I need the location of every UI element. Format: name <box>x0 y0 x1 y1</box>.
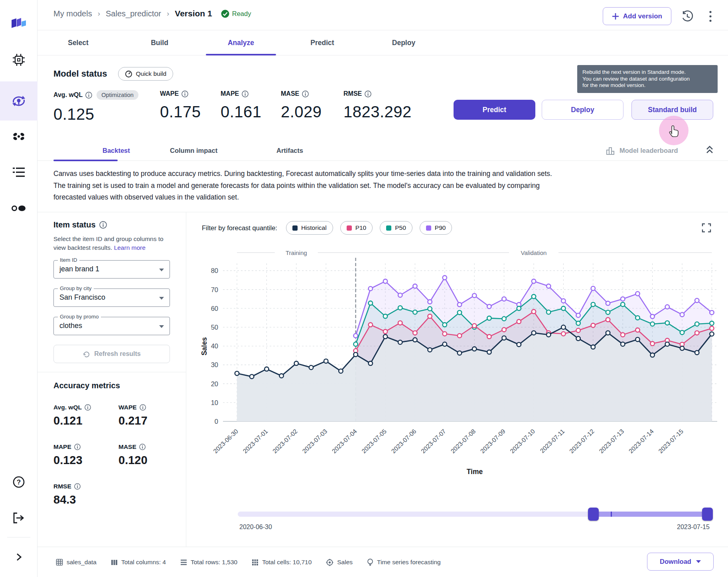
breadcrumb-model[interactable]: Sales_predictor <box>106 9 161 18</box>
molecule-icon <box>12 129 26 144</box>
metric-value: 0.175 <box>160 103 201 121</box>
download-button[interactable]: Download <box>647 553 714 571</box>
two-circles-icon <box>11 203 27 214</box>
p10-swatch <box>347 225 352 231</box>
info-icon[interactable] <box>85 92 92 99</box>
info-icon[interactable] <box>139 444 146 450</box>
chip-p50[interactable]: P50 <box>380 221 412 235</box>
columns-icon <box>111 559 118 566</box>
subtab-artifacts[interactable]: Artifacts <box>276 140 303 161</box>
info-icon[interactable] <box>140 404 146 411</box>
collapse-panel-button[interactable] <box>704 144 717 157</box>
help-button[interactable]: ? <box>0 468 37 496</box>
list-icon <box>12 166 26 178</box>
target-icon <box>326 559 333 566</box>
info-icon[interactable] <box>242 91 249 97</box>
help-icon: ? <box>12 475 26 489</box>
tab-select[interactable]: Select <box>37 30 119 55</box>
tab-deploy[interactable]: Deploy <box>363 30 444 55</box>
slider-handle-right[interactable] <box>702 508 713 521</box>
sidebar-item-list[interactable] <box>0 158 37 187</box>
version-history-button[interactable] <box>680 9 694 24</box>
sidebar-item-ready-models[interactable] <box>0 122 37 151</box>
sidebar-item-automations[interactable] <box>0 194 37 223</box>
breadcrumb-version: Version 1 <box>175 9 212 18</box>
slider-selected-range[interactable] <box>593 512 707 517</box>
logout-button[interactable] <box>0 504 37 532</box>
item-id-select[interactable]: Item ID jean brand 1 <box>53 260 170 279</box>
slider-handle-left[interactable] <box>588 508 599 521</box>
svg-text:2023-07-04: 2023-07-04 <box>331 428 358 455</box>
app-sidebar: ? <box>0 0 37 577</box>
info-icon[interactable] <box>74 483 81 490</box>
svg-text:40: 40 <box>211 342 218 350</box>
svg-text:60: 60 <box>211 305 218 312</box>
info-icon[interactable] <box>74 444 81 450</box>
historical-swatch <box>292 225 298 231</box>
svg-text:80: 80 <box>211 267 218 274</box>
kebab-menu-icon <box>709 10 712 22</box>
metric-avg-wql: Avg. wQL Optimization 0.125 <box>53 90 138 123</box>
svg-text:Training: Training <box>286 249 307 256</box>
chip-p10[interactable]: P10 <box>340 221 373 235</box>
metric-mase: MASE 2.029 <box>281 90 322 121</box>
cursor-click-highlight <box>659 116 689 145</box>
info-icon[interactable] <box>302 91 309 97</box>
svg-text:2023-07-12: 2023-07-12 <box>568 428 596 454</box>
more-options-button[interactable] <box>703 9 718 24</box>
deploy-button[interactable]: Deploy <box>542 100 623 120</box>
svg-text:2023-07-07: 2023-07-07 <box>420 428 447 454</box>
chevron-down-icon <box>696 560 701 563</box>
svg-text:2023-07-01: 2023-07-01 <box>242 428 269 454</box>
plus-icon <box>612 13 619 20</box>
dataset-footer: sales_data Total columns: 4 Total rows: … <box>37 547 728 577</box>
svg-text:2023-07-05: 2023-07-05 <box>360 428 388 454</box>
tab-predict[interactable]: Predict <box>282 30 363 55</box>
breadcrumb-my-models[interactable]: My models <box>53 9 92 18</box>
svg-text:2023-07-08: 2023-07-08 <box>449 428 477 454</box>
time-range-slider[interactable] <box>238 512 713 517</box>
info-icon[interactable] <box>99 221 107 229</box>
quick-build-badge[interactable]: Quick build <box>118 67 173 81</box>
sidebar-item-datasets[interactable] <box>0 45 37 74</box>
group-by-city-select[interactable]: Group by city San Francisco <box>53 288 170 307</box>
add-version-button[interactable]: Add version <box>603 7 671 25</box>
svg-text:2023-07-15: 2023-07-15 <box>657 428 685 454</box>
chip-historical[interactable]: Historical <box>286 221 333 235</box>
panel-divider <box>186 212 186 547</box>
chip-p90[interactable]: P90 <box>420 221 452 235</box>
svg-text:2023-07-10: 2023-07-10 <box>509 428 536 455</box>
hand-cursor-icon <box>668 124 681 139</box>
info-icon[interactable] <box>182 91 188 97</box>
metric-value: 0.161 <box>221 103 262 121</box>
refresh-results-button[interactable]: Refresh results <box>53 345 170 363</box>
metric-value: 2.029 <box>281 103 322 121</box>
subtab-backtest[interactable]: Backtest <box>103 140 130 161</box>
canvas-logo-icon <box>10 16 28 32</box>
info-icon[interactable] <box>85 404 91 411</box>
subtab-column-impact[interactable]: Column impact <box>170 140 217 161</box>
acc-metric-avg-wql: Avg. wQL 0.121 <box>53 404 91 427</box>
info-icon[interactable] <box>365 91 371 97</box>
backtest-forecast-chart[interactable]: TrainingValidation010203040506070802023-… <box>199 247 726 487</box>
cpu-chip-icon <box>12 53 26 67</box>
tab-build[interactable]: Build <box>119 30 200 55</box>
analysis-subtabs: Backtest Column impact Artifacts Model l… <box>37 140 728 161</box>
model-status-title: Model status Quick build <box>53 67 173 81</box>
svg-text:20: 20 <box>211 380 218 387</box>
svg-text:2023-07-02: 2023-07-02 <box>271 428 299 454</box>
footer-dataset[interactable]: sales_data <box>56 559 97 566</box>
section-divider <box>37 212 728 212</box>
svg-text:?: ? <box>17 478 21 486</box>
predict-button[interactable]: Predict <box>454 100 535 120</box>
sidebar-item-my-models[interactable] <box>0 81 37 121</box>
sidebar-expand-button[interactable] <box>0 545 37 569</box>
accuracy-metrics-title: Accuracy metrics <box>53 381 120 390</box>
tab-analyze[interactable]: Analyze <box>200 30 282 55</box>
fullscreen-button[interactable] <box>701 223 712 233</box>
group-by-promo-select[interactable]: Group by promo clothes <box>53 317 170 335</box>
model-training-icon <box>11 93 27 109</box>
p90-swatch <box>426 225 431 231</box>
learn-more-link[interactable]: Learn more <box>114 244 146 251</box>
footer-total-cells: Total cells: 10,710 <box>252 559 312 566</box>
